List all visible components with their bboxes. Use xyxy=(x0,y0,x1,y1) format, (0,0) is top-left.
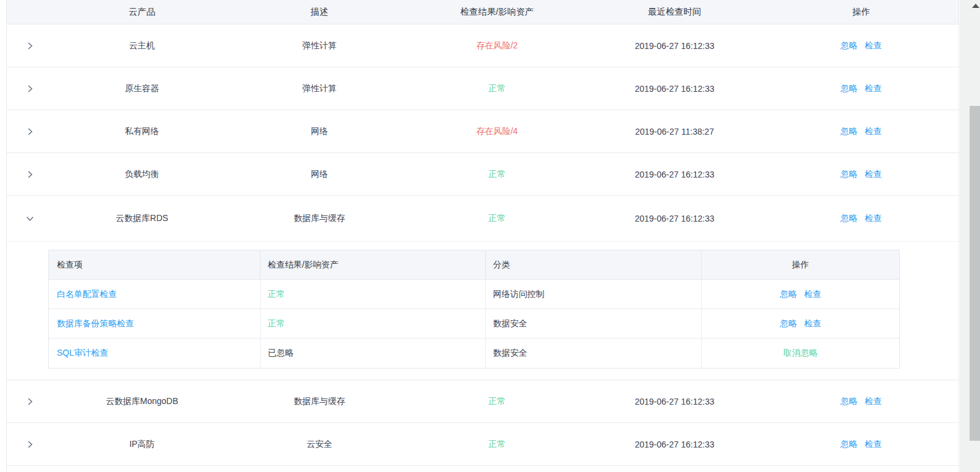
check-status: 正常 xyxy=(408,439,585,450)
row-actions: 忽略检查 xyxy=(763,169,959,180)
subrow-action-link[interactable]: 检查 xyxy=(804,318,822,329)
row-action-link[interactable]: 检查 xyxy=(864,40,882,50)
check-item-result: 正常 xyxy=(260,280,485,309)
row-actions: 忽略检查 xyxy=(763,396,959,407)
row-actions: 忽略检查 xyxy=(763,213,959,224)
column-header-operations: 操作 xyxy=(763,6,959,18)
last-check-time: 2019-06-27 16:12:33 xyxy=(586,214,763,223)
product-name: IP高防 xyxy=(53,439,231,450)
row-actions: 忽略检查 xyxy=(763,40,959,51)
row-action-link[interactable]: 检查 xyxy=(864,126,882,136)
table-row: 云数据库RDS 数据库与缓存 正常 2019-06-27 16:12:33 忽略… xyxy=(7,196,959,242)
product-name: 负载均衡 xyxy=(53,169,231,180)
table-row: 云主机 弹性计算 存在风险/2 2019-06-27 16:12:33 忽略检查 xyxy=(7,24,959,67)
check-item-category: 数据安全 xyxy=(485,309,701,338)
product-description: 弹性计算 xyxy=(231,40,408,51)
chevron-right-icon[interactable] xyxy=(25,397,35,406)
last-check-time: 2019-06-27 16:12:33 xyxy=(586,440,763,449)
subcolumn-header-operations: 操作 xyxy=(701,250,899,279)
last-check-time: 2019-06-27 16:12:33 xyxy=(586,170,763,179)
row-action-link[interactable]: 检查 xyxy=(864,169,882,179)
chevron-right-icon[interactable] xyxy=(25,170,35,179)
check-item-link[interactable]: 白名单配置检查 xyxy=(57,289,117,299)
last-check-time: 2019-06-27 16:12:33 xyxy=(586,84,763,94)
product-name: 原生容器 xyxy=(53,83,231,94)
scrollbar-track[interactable] xyxy=(960,0,980,472)
row-action-link[interactable]: 检查 xyxy=(864,439,882,449)
chevron-down-icon[interactable] xyxy=(25,214,35,223)
table-header-row: 云产品 描述 检查结果/影响资产 最近检查时间 操作 xyxy=(7,0,959,24)
row-action-link[interactable]: 检查 xyxy=(864,83,882,93)
subrow-actions: 忽略检查 xyxy=(701,309,899,338)
row-action-link[interactable]: 忽略 xyxy=(840,126,857,136)
check-item-result: 已忽略 xyxy=(260,339,485,368)
table-row: 私有网络 网络 存在风险/4 2019-06-27 11:38:27 忽略检查 xyxy=(7,110,959,153)
product-name: 云主机 xyxy=(53,40,231,51)
row-action-link[interactable]: 检查 xyxy=(864,213,882,223)
subcolumn-header-category: 分类 xyxy=(485,250,701,279)
subrow-actions: 取消忽略 xyxy=(701,339,899,368)
check-items-subtable: 检查项 检查结果/影响资产 分类 操作 白名单配置检查 正常 网络访问控制 忽略… xyxy=(48,250,900,369)
subcolumn-header-check-item: 检查项 xyxy=(49,260,260,271)
check-item-category: 数据安全 xyxy=(485,339,701,368)
row-action-link[interactable]: 忽略 xyxy=(840,169,857,179)
chevron-right-icon[interactable] xyxy=(25,440,35,449)
check-status: 正常 xyxy=(408,169,585,180)
last-check-time: 2019-06-27 16:12:33 xyxy=(586,397,763,406)
row-action-link[interactable]: 检查 xyxy=(864,396,882,406)
subrow-action-link[interactable]: 检查 xyxy=(804,289,822,300)
expanded-detail-section: 检查项 检查结果/影响资产 分类 操作 白名单配置检查 正常 网络访问控制 忽略… xyxy=(7,242,959,380)
table-row: 负载均衡 网络 正常 2019-06-27 16:12:33 忽略检查 xyxy=(7,153,959,196)
check-item-link[interactable]: SQL审计检查 xyxy=(57,348,108,358)
row-action-link[interactable]: 忽略 xyxy=(840,396,857,406)
row-action-link[interactable]: 忽略 xyxy=(840,83,857,93)
product-name: 私有网络 xyxy=(53,126,231,137)
product-description: 网络 xyxy=(231,169,408,180)
check-status: 正常 xyxy=(408,83,585,94)
subtable-row: 数据库备份策略检查 正常 数据安全 忽略检查 xyxy=(49,309,899,339)
column-header-product: 云产品 xyxy=(53,6,231,18)
subtable-rows: 白名单配置检查 正常 网络访问控制 忽略检查 数据库备份策略检查 正常 数据安全… xyxy=(49,280,899,368)
subrow-action-link[interactable]: 取消忽略 xyxy=(784,348,818,359)
subrow-action-link[interactable]: 忽略 xyxy=(780,318,797,329)
row-actions: 忽略检查 xyxy=(763,439,959,450)
product-description: 数据库与缓存 xyxy=(231,396,408,407)
product-name: 云数据库MongoDB xyxy=(53,396,231,407)
row-action-link[interactable]: 忽略 xyxy=(840,40,857,50)
last-check-time: 2019-06-27 16:12:33 xyxy=(586,41,763,51)
check-item-link[interactable]: 数据库备份策略检查 xyxy=(57,318,134,328)
product-description: 数据库与缓存 xyxy=(231,213,408,224)
product-description: 网络 xyxy=(231,126,408,137)
subtable-header-row: 检查项 检查结果/影响资产 分类 操作 xyxy=(49,250,899,280)
row-actions: 忽略检查 xyxy=(763,83,959,94)
table-row: IP高防 云安全 正常 2019-06-27 16:12:33 忽略检查 xyxy=(7,423,959,466)
chevron-right-icon[interactable] xyxy=(25,41,35,51)
check-item-result: 正常 xyxy=(260,309,485,338)
scrollbar-up-arrow-icon[interactable] xyxy=(972,4,979,8)
column-header-check-result: 检查结果/影响资产 xyxy=(408,6,585,18)
column-header-description: 描述 xyxy=(231,6,408,18)
subtable-row: 白名单配置检查 正常 网络访问控制 忽略检查 xyxy=(49,280,899,309)
cloud-products-table: 云产品 描述 检查结果/影响资产 最近检查时间 操作 云主机 弹性计算 存在风险… xyxy=(6,0,959,472)
subrow-actions: 忽略检查 xyxy=(701,280,899,309)
chevron-right-icon[interactable] xyxy=(25,127,35,137)
row-action-link[interactable]: 忽略 xyxy=(840,439,857,449)
check-status: 正常 xyxy=(408,213,585,224)
check-status: 存在风险/4 xyxy=(408,126,585,137)
column-header-last-check-time: 最近检查时间 xyxy=(586,6,763,18)
subrow-action-link[interactable]: 忽略 xyxy=(780,289,797,300)
check-status: 存在风险/2 xyxy=(408,40,585,51)
chevron-right-icon[interactable] xyxy=(25,84,35,94)
check-item-category: 网络访问控制 xyxy=(485,280,701,309)
subtable-row: SQL审计检查 已忽略 数据安全 取消忽略 xyxy=(49,339,899,368)
check-status: 正常 xyxy=(408,396,585,407)
table-row: 云数据库MongoDB 数据库与缓存 正常 2019-06-27 16:12:3… xyxy=(7,380,959,423)
last-check-time: 2019-06-27 11:38:27 xyxy=(586,127,763,137)
table-row: 原生容器 弹性计算 正常 2019-06-27 16:12:33 忽略检查 xyxy=(7,67,959,110)
table-rows: 云主机 弹性计算 存在风险/2 2019-06-27 16:12:33 忽略检查… xyxy=(7,24,959,466)
scrollbar-thumb[interactable] xyxy=(970,106,980,441)
product-name: 云数据库RDS xyxy=(53,213,231,224)
subcolumn-header-check-result: 检查结果/影响资产 xyxy=(260,250,485,279)
row-action-link[interactable]: 忽略 xyxy=(840,213,857,223)
product-description: 云安全 xyxy=(231,439,408,450)
